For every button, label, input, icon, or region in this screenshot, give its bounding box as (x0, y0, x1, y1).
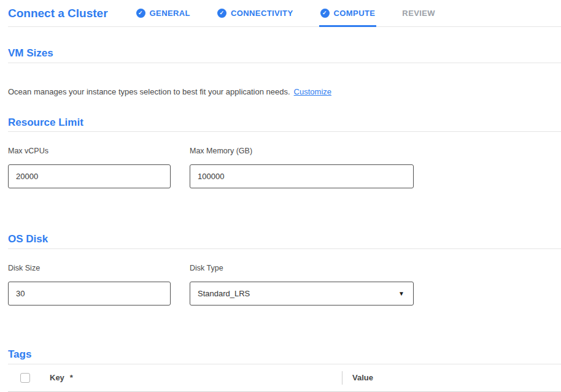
disk-type-selected-value: Standard_LRS (198, 289, 250, 298)
disk-size-label: Disk Size (8, 264, 171, 272)
os-disk-section-header: OS Disk (8, 213, 561, 249)
wizard-tabs: ✓ GENERAL ✓ CONNECTIVITY ✓ COMPUTE REVIE… (136, 0, 435, 26)
tags-table-header-row: Key * Value (8, 364, 561, 392)
connect-cluster-page: Connect a Cluster ✓ GENERAL ✓ CONNECTIVI… (0, 0, 561, 392)
disk-type-select[interactable]: Standard_LRS ▼ (190, 282, 414, 306)
check-circle-icon: ✓ (217, 9, 226, 18)
tab-review[interactable]: REVIEW (402, 0, 435, 26)
vm-sizes-description-text: Ocean manages your instance types select… (8, 87, 290, 96)
value-column-header-cell: Value (352, 373, 373, 382)
wizard-header: Connect a Cluster ✓ GENERAL ✓ CONNECTIVI… (8, 0, 561, 27)
max-memory-field-group: Max Memory (GB) (190, 147, 414, 188)
key-column-header: Key (50, 373, 64, 382)
tab-general[interactable]: ✓ GENERAL (136, 0, 190, 26)
check-circle-icon: ✓ (136, 9, 145, 18)
tab-label: REVIEW (402, 9, 435, 18)
resource-limit-section-header: Resource Limit (8, 96, 561, 133)
max-memory-label: Max Memory (GB) (190, 147, 414, 155)
disk-size-field-group: Disk Size (8, 264, 171, 306)
key-required-marker: * (70, 373, 73, 382)
max-vcpus-field-group: Max vCPUs (8, 147, 171, 188)
key-column-header-cell: Key * (50, 373, 342, 382)
page-title: Connect a Cluster (8, 7, 108, 20)
tab-connectivity[interactable]: ✓ CONNECTIVITY (217, 0, 293, 26)
value-column-header: Value (352, 373, 373, 382)
vm-sizes-description: Ocean manages your instance types select… (8, 87, 561, 96)
tab-compute[interactable]: ✓ COMPUTE (320, 0, 376, 26)
tab-label: GENERAL (150, 9, 190, 18)
chevron-down-icon: ▼ (398, 291, 404, 297)
max-vcpus-input[interactable] (8, 164, 171, 188)
tags-heading: Tags (8, 349, 561, 361)
disk-type-field-group: Disk Type Standard_LRS ▼ (190, 264, 414, 306)
column-divider (342, 371, 342, 385)
tab-label: COMPUTE (334, 9, 376, 18)
customize-link[interactable]: Customize (294, 87, 331, 96)
vm-sizes-section-header: VM Sizes (8, 27, 561, 63)
max-memory-input[interactable] (190, 164, 414, 188)
tab-label: CONNECTIVITY (231, 9, 293, 18)
disk-size-input[interactable] (8, 282, 171, 306)
os-disk-fields: Disk Size Disk Type Standard_LRS ▼ (8, 264, 561, 306)
resource-limit-fields: Max vCPUs Max Memory (GB) (8, 147, 561, 188)
select-all-checkbox[interactable] (20, 373, 30, 383)
check-circle-icon: ✓ (320, 9, 330, 18)
os-disk-heading: OS Disk (8, 234, 561, 245)
vm-sizes-heading: VM Sizes (8, 48, 561, 60)
resource-limit-heading: Resource Limit (8, 117, 561, 129)
max-vcpus-label: Max vCPUs (8, 147, 171, 155)
disk-type-label: Disk Type (190, 264, 414, 272)
tags-section-header: Tags (8, 328, 561, 364)
